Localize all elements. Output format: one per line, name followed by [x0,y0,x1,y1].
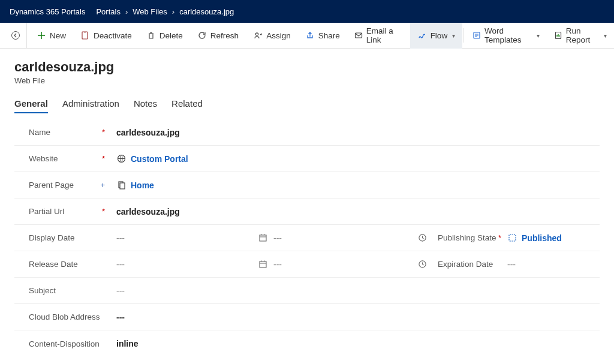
required-icon: * [102,128,105,137]
share-button[interactable]: Share [298,23,347,49]
field-subject: Subject --- [14,278,600,304]
deactivate-icon [80,31,90,40]
subject-value[interactable]: --- [108,286,600,296]
chevron-right-icon: › [172,7,174,16]
publishing-state-link: Published [522,233,562,243]
share-icon [305,31,315,40]
recommended-icon: + [100,181,105,189]
field-cloud-blob: Cloud Blob Address --- [14,304,600,330]
parent-label: Parent Page [29,181,74,189]
expiration-value[interactable]: --- [507,260,567,269]
chevron-down-icon: ▾ [604,32,607,39]
refresh-button[interactable]: Refresh [190,23,246,49]
website-label: Website [29,154,58,163]
svg-rect-12 [260,261,266,267]
email-icon [354,31,363,40]
name-label: Name [29,128,50,137]
display-date-label: Display Date [29,233,75,242]
page-icon [116,181,126,190]
subject-label: Subject [29,286,56,295]
calendar-icon[interactable] [258,233,267,243]
field-display-date: Display Date --- --- Publishing State* P… [14,225,600,251]
deactivate-button[interactable]: Deactivate [73,23,139,49]
tab-notes[interactable]: Notes [134,95,157,115]
tab-general[interactable]: General [14,95,48,115]
display-date-date[interactable]: --- [108,233,247,243]
website-link: Custom Portal [131,154,188,164]
flow-label: Flow [431,31,448,40]
command-bar: New Deactivate Delete Refresh Assign [0,23,614,49]
partial-label: Partial Url [29,207,64,216]
display-date-time[interactable]: --- [273,233,411,243]
plus-icon [37,31,46,40]
assign-button[interactable]: Assign [246,23,298,49]
new-label: New [50,31,66,40]
state-icon [507,233,517,243]
required-icon: * [102,154,105,163]
release-date-time[interactable]: --- [273,260,411,269]
tab-administration[interactable]: Administration [62,95,119,115]
website-value[interactable]: Custom Portal [108,154,600,164]
deactivate-label: Deactivate [94,31,132,40]
word-icon [472,31,481,40]
refresh-label: Refresh [210,31,239,40]
general-form: Name* carldesouza.jpg Website* Custom Po… [0,115,614,357]
breadcrumb-item[interactable]: carldesouza.jpg [179,7,234,16]
share-label: Share [318,31,340,40]
field-partial-url: Partial Url* carldesouza.jpg [14,198,600,225]
svg-point-0 [12,32,20,40]
cloud-value[interactable]: --- [108,312,600,322]
refresh-icon [197,31,207,40]
breadcrumb-item[interactable]: Web Files [133,7,167,16]
flow-button[interactable]: Flow ▾ [410,23,463,49]
form-tabs: General Administration Notes Related [0,88,614,115]
field-name: Name* carldesouza.jpg [14,119,600,146]
name-value[interactable]: carldesouza.jpg [108,128,600,137]
disposition-label: Content-Disposition [29,339,100,348]
field-website: Website* Custom Portal [14,146,600,172]
word-templates-label: Word Templates [484,26,532,44]
field-parent-page: Parent Page+ Home [14,172,600,198]
word-templates-button[interactable]: Word Templates ▾ [465,23,547,49]
app-name: Dynamics 365 Portals [10,7,85,16]
svg-point-2 [255,33,258,35]
assign-label: Assign [266,31,291,40]
publishing-state-value[interactable]: Published [507,233,567,243]
trash-icon [146,31,156,40]
chevron-down-icon: ▾ [452,32,455,39]
disposition-value[interactable]: inline [108,339,600,348]
required-icon: * [102,207,105,216]
flow-icon [417,31,427,40]
svg-rect-11 [509,234,516,241]
back-button[interactable] [5,23,27,49]
field-content-disposition: Content-Disposition inline [14,330,600,357]
parent-link: Home [131,181,154,190]
email-link-label: Email a Link [366,26,403,44]
page-title: carldesouza.jpg [14,59,600,75]
expiration-label: Expiration Date [438,260,493,269]
svg-rect-9 [260,235,266,241]
report-icon [554,31,562,40]
breadcrumb-item[interactable]: Portals [96,7,120,16]
release-date-date[interactable]: --- [108,260,247,269]
entity-name: Web File [14,76,600,85]
clock-icon[interactable] [417,260,427,269]
clock-icon[interactable] [417,233,427,243]
delete-button[interactable]: Delete [139,23,190,49]
run-report-label: Run Report [566,26,599,44]
required-icon: * [498,233,501,242]
partial-value[interactable]: carldesouza.jpg [108,207,600,216]
parent-value[interactable]: Home [108,181,600,190]
separator [463,28,464,43]
breadcrumb: Portals › Web Files › carldesouza.jpg [96,7,234,16]
calendar-icon[interactable] [258,260,267,269]
new-button[interactable]: New [29,23,73,49]
run-report-button[interactable]: Run Report ▾ [547,23,614,49]
delete-label: Delete [159,31,183,40]
chevron-right-icon: › [125,7,128,16]
back-icon [11,31,20,40]
tab-related[interactable]: Related [171,95,203,115]
field-release-date: Release Date --- --- Expiration Date --- [14,251,600,278]
email-link-button[interactable]: Email a Link [347,23,410,49]
chevron-down-icon: ▾ [537,32,540,39]
